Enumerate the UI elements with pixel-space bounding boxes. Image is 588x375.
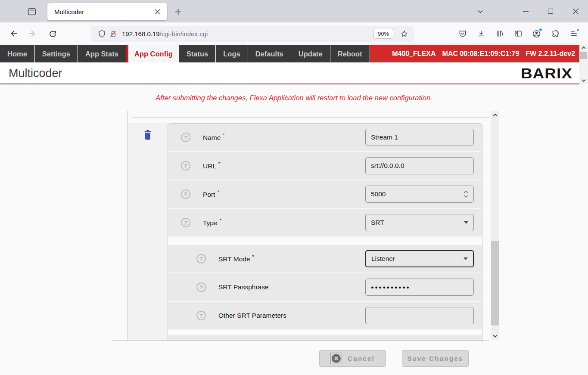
field-row-other-srt-parameters: ? Other SRT Parameters bbox=[168, 302, 482, 330]
form-scrollbar-thumb[interactable] bbox=[491, 241, 499, 325]
url-host: 192.168.0.19 bbox=[122, 30, 160, 37]
help-icon[interactable]: ? bbox=[196, 311, 206, 320]
device-mac: MAC 00:08:E1:09:C1:79 bbox=[442, 50, 520, 58]
frame-scroll-up-icon bbox=[581, 45, 586, 50]
url-bar[interactable]: 192.168.0.19/cgi-bin/index.cgi 90% bbox=[91, 26, 414, 42]
stream-section: ? Name* Stream 1 ? URL* srt://0.0.0.0 ? … bbox=[128, 123, 482, 341]
save-changes-button[interactable]: Save Changes bbox=[402, 350, 469, 367]
nav-tab-reboot[interactable]: Reboot bbox=[330, 45, 370, 62]
cancel-label: Cancel bbox=[348, 355, 375, 363]
menu-notification-dot bbox=[577, 29, 579, 31]
app-menu-icon[interactable] bbox=[564, 26, 583, 41]
tab-title: Multicoder bbox=[54, 8, 152, 15]
type-input[interactable]: SRT bbox=[365, 214, 474, 231]
browser-toolbar: 192.168.0.19/cgi-bin/index.cgi 90% bbox=[0, 22, 588, 45]
field-row-port: ? Port* 5000 bbox=[168, 180, 482, 209]
account-icon[interactable] bbox=[527, 26, 546, 41]
help-icon[interactable]: ? bbox=[196, 282, 206, 292]
close-window-button[interactable] bbox=[563, 0, 588, 22]
nav-tab-settings[interactable]: Settings bbox=[35, 45, 78, 62]
browser-tab[interactable]: Multicoder bbox=[47, 3, 167, 20]
library-icon[interactable] bbox=[490, 26, 509, 41]
other-srt-parameters-input[interactable] bbox=[365, 307, 474, 324]
tab-list-chevron-icon[interactable] bbox=[474, 6, 487, 18]
nav-tab-update[interactable]: Update bbox=[291, 45, 330, 62]
device-name: M400_FLEXA bbox=[392, 50, 436, 58]
downloads-icon[interactable] bbox=[472, 26, 490, 41]
nav-tab-app-config[interactable]: App Config bbox=[126, 45, 179, 62]
help-icon[interactable]: ? bbox=[181, 218, 190, 227]
required-asterisk: * bbox=[220, 218, 221, 223]
app-content: After submitting the changes, Flexa Appl… bbox=[0, 84, 588, 375]
port-input[interactable]: 5000 bbox=[365, 186, 474, 203]
delete-stream-icon[interactable] bbox=[142, 129, 153, 141]
back-button[interactable] bbox=[6, 26, 21, 41]
section-divider bbox=[132, 117, 489, 118]
bookmark-star-icon[interactable] bbox=[398, 28, 410, 39]
device-firmware: FW 2.2.11-dev2 bbox=[526, 50, 575, 58]
page-header: Multicoder BARIX bbox=[0, 62, 579, 84]
pocket-icon[interactable] bbox=[453, 26, 472, 41]
forward-button[interactable] bbox=[25, 26, 39, 41]
help-icon[interactable]: ? bbox=[196, 254, 206, 263]
group-gap bbox=[168, 237, 482, 245]
field-label: Other SRT Parameters bbox=[218, 312, 286, 319]
form-scroll-up-icon[interactable] bbox=[491, 112, 499, 118]
nav-tab-home[interactable]: Home bbox=[0, 45, 35, 62]
field-label: Port* bbox=[203, 190, 219, 198]
extensions-puzzle-icon[interactable] bbox=[546, 26, 564, 41]
url-text: 192.168.0.19/cgi-bin/index.cgi bbox=[122, 30, 208, 37]
help-icon[interactable]: ? bbox=[181, 189, 190, 199]
url-input[interactable]: srt://0.0.0.0 bbox=[365, 157, 474, 174]
nav-tab-defaults[interactable]: Defaults bbox=[248, 45, 291, 62]
app-navbar: HomeSettingsApp StatsApp ConfigStatusLog… bbox=[0, 45, 579, 62]
srt-mode-input[interactable]: Listener bbox=[365, 250, 474, 267]
sidebar-icon[interactable] bbox=[509, 26, 527, 41]
field-row-srt-mode: ? SRT Mode* Listener bbox=[168, 245, 482, 273]
group-gap bbox=[168, 330, 482, 335]
nav-tab-status[interactable]: Status bbox=[179, 45, 216, 62]
stream-config-area: ? Name* Stream 1 ? URL* srt://0.0.0.0 ? … bbox=[112, 111, 489, 341]
nav-tab-logs[interactable]: Logs bbox=[216, 45, 248, 62]
srt-passphrase-input[interactable]: ●●●●●●●●●● bbox=[365, 279, 474, 296]
field-row-url: ? URL* srt://0.0.0.0 bbox=[168, 152, 482, 180]
window-controls bbox=[513, 0, 588, 22]
browser-window: Multicoder bbox=[0, 0, 588, 375]
help-icon[interactable]: ? bbox=[181, 161, 190, 170]
field-label: Name* bbox=[203, 133, 225, 142]
dropdown-caret-icon bbox=[461, 221, 468, 224]
tracking-shield-icon[interactable] bbox=[96, 28, 107, 39]
nav-tab-app-stats[interactable]: App Stats bbox=[78, 45, 126, 62]
zoom-level-badge[interactable]: 90% bbox=[373, 29, 393, 39]
help-icon[interactable]: ? bbox=[181, 133, 190, 142]
device-info-banner: M400_FLEXA MAC 00:08:E1:09:C1:79 FW 2.2.… bbox=[370, 45, 579, 62]
dropdown-caret-icon bbox=[461, 257, 468, 260]
account-notification-dot bbox=[539, 28, 542, 31]
app-top-frame: HomeSettingsApp StatsApp ConfigStatusLog… bbox=[0, 45, 588, 84]
card-filler bbox=[168, 335, 482, 341]
required-asterisk: * bbox=[252, 254, 254, 259]
tab-strip: Multicoder bbox=[0, 0, 588, 22]
field-label: URL* bbox=[203, 161, 220, 170]
frame-scrollbar[interactable] bbox=[579, 45, 588, 84]
number-spinner[interactable] bbox=[461, 190, 468, 198]
stream-actions-column bbox=[128, 123, 168, 341]
save-label: Save Changes bbox=[408, 355, 464, 363]
tab-close-icon[interactable] bbox=[152, 6, 163, 17]
barix-logo: BARIX bbox=[521, 65, 572, 81]
new-tab-button[interactable] bbox=[171, 5, 185, 19]
reload-button[interactable] bbox=[45, 26, 60, 41]
form-scrollbar[interactable] bbox=[491, 111, 499, 340]
firefox-view-icon[interactable] bbox=[25, 5, 39, 19]
minimize-button[interactable] bbox=[513, 0, 538, 22]
insecure-lock-icon[interactable] bbox=[107, 28, 118, 39]
frame-scrollbar-thumb[interactable] bbox=[580, 52, 587, 59]
field-label: SRT Passphrase bbox=[218, 283, 269, 291]
cancel-button[interactable]: Cancel bbox=[319, 350, 386, 367]
maximize-button[interactable] bbox=[538, 0, 563, 22]
field-label: Type* bbox=[203, 218, 221, 227]
field-label: SRT Mode* bbox=[218, 254, 254, 263]
name-input[interactable]: Stream 1 bbox=[365, 129, 474, 146]
form-scroll-down-icon[interactable] bbox=[491, 333, 499, 339]
stream-card: ? Name* Stream 1 ? URL* srt://0.0.0.0 ? … bbox=[168, 123, 482, 341]
